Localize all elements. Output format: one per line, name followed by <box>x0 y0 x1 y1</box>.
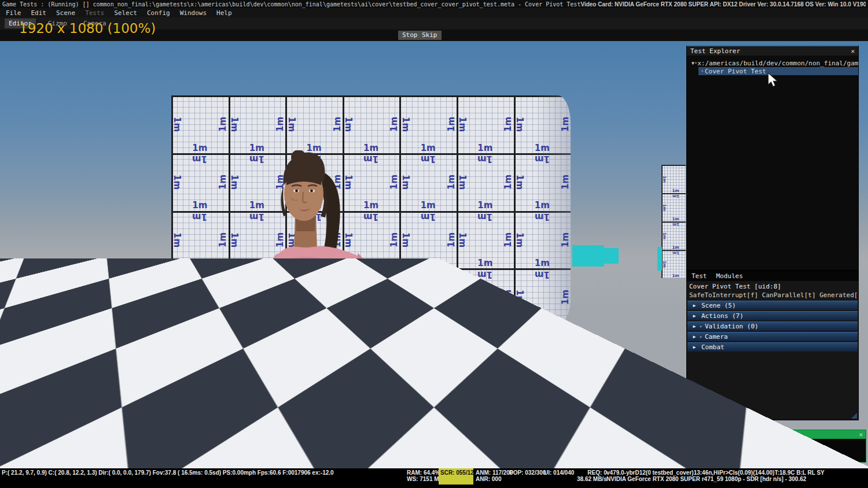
status-build-info: v479.0-ybrD12(0 testbed_cover)13:46n,HiP… <box>606 469 825 482</box>
tree-selected-test[interactable]: • Cover Pivot Test <box>698 67 858 75</box>
section-validation[interactable]: ▶ • Validation (0) <box>687 321 858 331</box>
resolution-overlay: 1920 x 1080 (100%) <box>19 21 156 36</box>
module-flags: SafeToInterrupt[f] CanParallel[t] Genera… <box>687 291 858 301</box>
chevron-right-icon[interactable]: ▶ <box>691 345 698 350</box>
tree-root-path: x:/americas/build/dev/common/non_final/g… <box>697 60 858 67</box>
section-actions[interactable]: ▶ Actions (7) <box>687 311 858 320</box>
cover-marker <box>657 247 662 271</box>
chevron-right-icon[interactable]: ▶ <box>691 334 698 339</box>
notifications-header[interactable]: Notifications ✕ <box>731 430 866 439</box>
tab-modules[interactable]: Modules <box>716 272 743 280</box>
status-req: REQ: 038.62 MB/s <box>577 469 607 482</box>
bullet-icon: • <box>700 68 705 74</box>
module-test-name: Cover Pivot Test [uid:8] <box>687 281 858 291</box>
status-bar: P:( 21.2, 9.7, 0.9) C:( 20.8, 12.2, 1.3)… <box>0 468 868 488</box>
tree-test-label: Cover Pivot Test <box>705 68 766 75</box>
menu-bar: File Edit Scene Tests Select Config Wind… <box>0 8 868 17</box>
chevron-right-icon[interactable]: ▶ <box>691 303 698 308</box>
status-scr-highlight: SCR: 055/120 <box>439 468 473 485</box>
cover-marker <box>604 248 619 264</box>
menu-scene[interactable]: Scene <box>56 9 75 17</box>
test-explorer-header[interactable]: Test Explorer ✕ <box>687 46 858 56</box>
menu-tests[interactable]: Tests <box>85 9 104 17</box>
status-ui: UI: 014/040 <box>544 469 574 476</box>
bullet-icon: • <box>698 334 704 340</box>
menu-windows[interactable]: Windows <box>180 9 207 17</box>
status-camera-info: P:( 21.2, 9.7, 0.9) C:( 20.8, 12.2, 1.3)… <box>2 469 334 476</box>
measurement-grid-box-far: 1m1m1m1m1m1m1m1m1m1m1m <box>661 165 686 278</box>
notification-message: Saved : UserConfig.meta <box>731 439 866 450</box>
status-anm: ANM: 117/200ANR: 000 <box>476 469 513 482</box>
window-title: Game Tests : (Running) [] common_non_fin… <box>2 1 580 8</box>
test-modules-header: Test Modules <box>687 271 858 281</box>
character-figure <box>243 150 389 468</box>
skip-button[interactable]: Skip <box>418 31 442 40</box>
chevron-right-icon[interactable]: ▶ <box>691 324 698 329</box>
section-camera[interactable]: ▶ • Camera <box>687 332 858 341</box>
menu-help[interactable]: Help <box>216 9 232 17</box>
status-ram: RAM: 64.4%WS: 7151 MB <box>407 469 443 482</box>
test-modules-body: Cover Pivot Test [uid:8] SafeToInterrupt… <box>687 281 858 420</box>
menu-file[interactable]: File <box>6 9 21 17</box>
notifications-panel: Notifications ✕ Saved : UserConfig.meta <box>731 430 866 463</box>
menu-config[interactable]: Config <box>147 9 170 17</box>
test-modules-panel: Test Modules Cover Pivot Test [uid:8] Sa… <box>686 271 859 420</box>
close-icon[interactable]: ✕ <box>851 47 855 55</box>
menu-select[interactable]: Select <box>114 9 137 17</box>
notifications-body: Saved : UserConfig.meta <box>731 439 866 462</box>
menu-edit[interactable]: Edit <box>31 9 47 17</box>
section-combat[interactable]: ▶ Combat <box>687 342 858 352</box>
tree-root-node[interactable]: ▼ • x:/americas/build/dev/common/non_fin… <box>687 59 858 67</box>
notifications-title: Notifications <box>734 431 784 438</box>
close-icon[interactable]: ✕ <box>859 431 863 438</box>
mouse-cursor <box>767 73 778 88</box>
system-info: Video Card: NVIDIA GeForce RTX 2080 SUPE… <box>580 1 866 8</box>
tab-test[interactable]: Test <box>692 272 707 280</box>
section-scene[interactable]: ▶ Scene (5) <box>687 301 858 310</box>
chevron-right-icon[interactable]: ▶ <box>691 313 698 319</box>
status-pop: POP: 032/300 <box>509 469 546 476</box>
bullet-icon: • <box>698 324 704 330</box>
cover-marker <box>572 245 604 267</box>
resize-handle[interactable] <box>851 413 857 419</box>
title-bar: Game Tests : (Running) [] common_non_fin… <box>0 0 868 8</box>
test-explorer-title: Test Explorer <box>690 47 740 55</box>
